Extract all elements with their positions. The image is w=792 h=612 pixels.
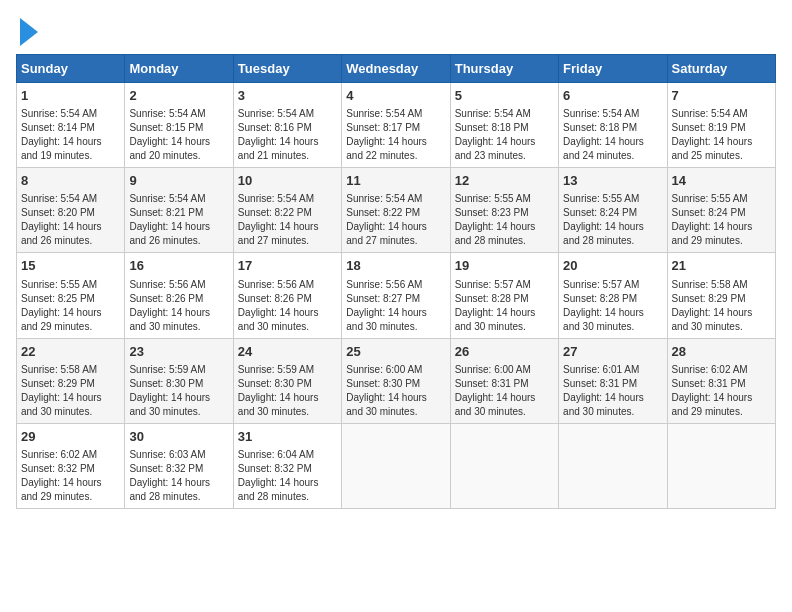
- calendar-day-cell: 24Sunrise: 5:59 AM Sunset: 8:30 PM Dayli…: [233, 338, 341, 423]
- day-number: 7: [672, 87, 771, 105]
- day-info: Sunrise: 6:01 AM Sunset: 8:31 PM Dayligh…: [563, 363, 662, 419]
- calendar-header-row: SundayMondayTuesdayWednesdayThursdayFrid…: [17, 55, 776, 83]
- calendar-day-cell: 30Sunrise: 6:03 AM Sunset: 8:32 PM Dayli…: [125, 423, 233, 508]
- day-info: Sunrise: 5:54 AM Sunset: 8:21 PM Dayligh…: [129, 192, 228, 248]
- day-number: 11: [346, 172, 445, 190]
- calendar-day-cell: 14Sunrise: 5:55 AM Sunset: 8:24 PM Dayli…: [667, 168, 775, 253]
- day-number: 28: [672, 343, 771, 361]
- day-info: Sunrise: 5:59 AM Sunset: 8:30 PM Dayligh…: [238, 363, 337, 419]
- day-number: 8: [21, 172, 120, 190]
- day-of-week-header: Monday: [125, 55, 233, 83]
- day-number: 26: [455, 343, 554, 361]
- logo: [16, 16, 38, 46]
- day-number: 21: [672, 257, 771, 275]
- day-number: 27: [563, 343, 662, 361]
- calendar-table: SundayMondayTuesdayWednesdayThursdayFrid…: [16, 54, 776, 509]
- calendar-day-cell: 29Sunrise: 6:02 AM Sunset: 8:32 PM Dayli…: [17, 423, 125, 508]
- calendar-week-row: 29Sunrise: 6:02 AM Sunset: 8:32 PM Dayli…: [17, 423, 776, 508]
- calendar-day-cell: 21Sunrise: 5:58 AM Sunset: 8:29 PM Dayli…: [667, 253, 775, 338]
- day-info: Sunrise: 5:56 AM Sunset: 8:26 PM Dayligh…: [238, 278, 337, 334]
- day-info: Sunrise: 5:59 AM Sunset: 8:30 PM Dayligh…: [129, 363, 228, 419]
- day-info: Sunrise: 5:56 AM Sunset: 8:26 PM Dayligh…: [129, 278, 228, 334]
- calendar-day-cell: 27Sunrise: 6:01 AM Sunset: 8:31 PM Dayli…: [559, 338, 667, 423]
- day-number: 12: [455, 172, 554, 190]
- day-number: 9: [129, 172, 228, 190]
- day-number: 15: [21, 257, 120, 275]
- day-of-week-header: Sunday: [17, 55, 125, 83]
- day-number: 6: [563, 87, 662, 105]
- calendar-day-cell: 7Sunrise: 5:54 AM Sunset: 8:19 PM Daylig…: [667, 83, 775, 168]
- calendar-day-cell: 16Sunrise: 5:56 AM Sunset: 8:26 PM Dayli…: [125, 253, 233, 338]
- day-of-week-header: Wednesday: [342, 55, 450, 83]
- day-number: 19: [455, 257, 554, 275]
- day-number: 10: [238, 172, 337, 190]
- day-info: Sunrise: 5:54 AM Sunset: 8:22 PM Dayligh…: [346, 192, 445, 248]
- calendar-day-cell: 11Sunrise: 5:54 AM Sunset: 8:22 PM Dayli…: [342, 168, 450, 253]
- day-info: Sunrise: 5:54 AM Sunset: 8:15 PM Dayligh…: [129, 107, 228, 163]
- calendar-day-cell: 13Sunrise: 5:55 AM Sunset: 8:24 PM Dayli…: [559, 168, 667, 253]
- day-number: 3: [238, 87, 337, 105]
- day-number: 20: [563, 257, 662, 275]
- calendar-day-cell: 18Sunrise: 5:56 AM Sunset: 8:27 PM Dayli…: [342, 253, 450, 338]
- calendar-day-cell: [450, 423, 558, 508]
- calendar-day-cell: 25Sunrise: 6:00 AM Sunset: 8:30 PM Dayli…: [342, 338, 450, 423]
- day-info: Sunrise: 5:57 AM Sunset: 8:28 PM Dayligh…: [455, 278, 554, 334]
- page-header: [16, 16, 776, 46]
- day-info: Sunrise: 5:54 AM Sunset: 8:20 PM Dayligh…: [21, 192, 120, 248]
- logo-arrow-icon: [20, 18, 38, 46]
- calendar-day-cell: 26Sunrise: 6:00 AM Sunset: 8:31 PM Dayli…: [450, 338, 558, 423]
- day-of-week-header: Friday: [559, 55, 667, 83]
- day-info: Sunrise: 5:54 AM Sunset: 8:18 PM Dayligh…: [563, 107, 662, 163]
- day-info: Sunrise: 6:00 AM Sunset: 8:30 PM Dayligh…: [346, 363, 445, 419]
- day-info: Sunrise: 5:54 AM Sunset: 8:17 PM Dayligh…: [346, 107, 445, 163]
- day-info: Sunrise: 5:54 AM Sunset: 8:14 PM Dayligh…: [21, 107, 120, 163]
- day-info: Sunrise: 5:54 AM Sunset: 8:19 PM Dayligh…: [672, 107, 771, 163]
- day-number: 22: [21, 343, 120, 361]
- calendar-day-cell: 31Sunrise: 6:04 AM Sunset: 8:32 PM Dayli…: [233, 423, 341, 508]
- day-info: Sunrise: 5:56 AM Sunset: 8:27 PM Dayligh…: [346, 278, 445, 334]
- day-number: 5: [455, 87, 554, 105]
- calendar-day-cell: 17Sunrise: 5:56 AM Sunset: 8:26 PM Dayli…: [233, 253, 341, 338]
- calendar-day-cell: 1Sunrise: 5:54 AM Sunset: 8:14 PM Daylig…: [17, 83, 125, 168]
- day-number: 29: [21, 428, 120, 446]
- day-number: 30: [129, 428, 228, 446]
- day-number: 16: [129, 257, 228, 275]
- day-info: Sunrise: 6:00 AM Sunset: 8:31 PM Dayligh…: [455, 363, 554, 419]
- calendar-day-cell: [667, 423, 775, 508]
- day-info: Sunrise: 5:57 AM Sunset: 8:28 PM Dayligh…: [563, 278, 662, 334]
- day-number: 25: [346, 343, 445, 361]
- calendar-day-cell: 22Sunrise: 5:58 AM Sunset: 8:29 PM Dayli…: [17, 338, 125, 423]
- day-info: Sunrise: 5:58 AM Sunset: 8:29 PM Dayligh…: [672, 278, 771, 334]
- day-info: Sunrise: 6:04 AM Sunset: 8:32 PM Dayligh…: [238, 448, 337, 504]
- day-number: 14: [672, 172, 771, 190]
- day-number: 13: [563, 172, 662, 190]
- day-info: Sunrise: 5:54 AM Sunset: 8:16 PM Dayligh…: [238, 107, 337, 163]
- day-of-week-header: Tuesday: [233, 55, 341, 83]
- day-number: 23: [129, 343, 228, 361]
- calendar-day-cell: 10Sunrise: 5:54 AM Sunset: 8:22 PM Dayli…: [233, 168, 341, 253]
- day-number: 31: [238, 428, 337, 446]
- day-info: Sunrise: 6:02 AM Sunset: 8:32 PM Dayligh…: [21, 448, 120, 504]
- day-info: Sunrise: 5:55 AM Sunset: 8:24 PM Dayligh…: [672, 192, 771, 248]
- calendar-day-cell: 2Sunrise: 5:54 AM Sunset: 8:15 PM Daylig…: [125, 83, 233, 168]
- calendar-day-cell: 28Sunrise: 6:02 AM Sunset: 8:31 PM Dayli…: [667, 338, 775, 423]
- day-info: Sunrise: 5:55 AM Sunset: 8:23 PM Dayligh…: [455, 192, 554, 248]
- calendar-week-row: 1Sunrise: 5:54 AM Sunset: 8:14 PM Daylig…: [17, 83, 776, 168]
- day-number: 4: [346, 87, 445, 105]
- calendar-week-row: 22Sunrise: 5:58 AM Sunset: 8:29 PM Dayli…: [17, 338, 776, 423]
- calendar-day-cell: 8Sunrise: 5:54 AM Sunset: 8:20 PM Daylig…: [17, 168, 125, 253]
- day-info: Sunrise: 5:54 AM Sunset: 8:18 PM Dayligh…: [455, 107, 554, 163]
- calendar-day-cell: [559, 423, 667, 508]
- day-of-week-header: Saturday: [667, 55, 775, 83]
- day-info: Sunrise: 6:03 AM Sunset: 8:32 PM Dayligh…: [129, 448, 228, 504]
- calendar-day-cell: [342, 423, 450, 508]
- day-number: 1: [21, 87, 120, 105]
- day-number: 18: [346, 257, 445, 275]
- day-number: 17: [238, 257, 337, 275]
- day-number: 2: [129, 87, 228, 105]
- calendar-day-cell: 3Sunrise: 5:54 AM Sunset: 8:16 PM Daylig…: [233, 83, 341, 168]
- calendar-day-cell: 9Sunrise: 5:54 AM Sunset: 8:21 PM Daylig…: [125, 168, 233, 253]
- day-info: Sunrise: 5:55 AM Sunset: 8:24 PM Dayligh…: [563, 192, 662, 248]
- calendar-day-cell: 23Sunrise: 5:59 AM Sunset: 8:30 PM Dayli…: [125, 338, 233, 423]
- calendar-week-row: 15Sunrise: 5:55 AM Sunset: 8:25 PM Dayli…: [17, 253, 776, 338]
